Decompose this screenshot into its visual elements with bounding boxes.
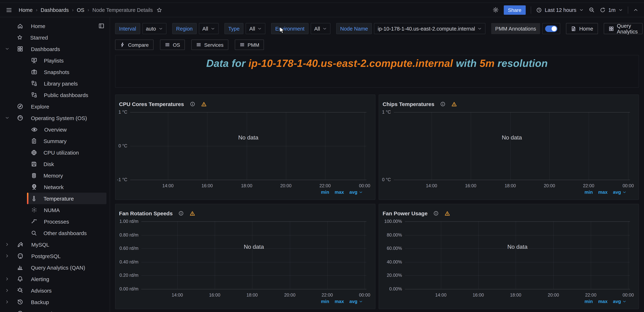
warning-icon[interactable] <box>190 210 195 216</box>
warning-icon[interactable] <box>201 101 206 107</box>
sidebar-item-playlists[interactable]: Playlists <box>0 55 110 66</box>
legend-item-max[interactable]: max <box>598 299 608 304</box>
disk-icon <box>31 161 37 167</box>
legend-item-min[interactable]: min <box>321 299 329 304</box>
sidebar-item-mysql[interactable]: MySQL <box>0 239 110 250</box>
pmm-button[interactable]: PMM <box>234 40 264 50</box>
sidebar-item-disk[interactable]: Disk <box>0 158 110 170</box>
breadcrumb-item[interactable]: Node Temperature Details <box>92 7 153 13</box>
compare-button[interactable]: Compare <box>115 40 153 50</box>
filter-value-dropdown[interactable]: All <box>311 23 330 34</box>
sidebar-item-numa[interactable]: NUMA <box>0 204 110 216</box>
gear-icon[interactable] <box>492 7 498 13</box>
chevron-down-icon <box>359 190 363 194</box>
chevron-right-icon[interactable] <box>5 300 11 304</box>
sidebar-item-other-dashboards[interactable]: Other dashboards <box>0 227 110 239</box>
sidebar-item-explore[interactable]: Explore <box>0 101 110 112</box>
sidebar-item-processes[interactable]: Processes <box>0 216 110 227</box>
filter-value-dropdown[interactable]: ip-10-178-1-40.us-east-2.compute.interna… <box>374 23 486 34</box>
hamburger-menu-icon[interactable] <box>6 7 12 13</box>
sidebar-items: HomeStarredDashboardsPlaylistsSnapshotsL… <box>0 20 110 312</box>
chevron-right-icon[interactable] <box>5 254 11 258</box>
sidebar-item-advisors[interactable]: Advisors <box>0 285 110 296</box>
share-button[interactable]: Share <box>504 5 526 14</box>
sidebar-item-library-panels[interactable]: Library panels <box>0 78 110 89</box>
legend-item-max[interactable]: max <box>334 190 344 195</box>
apps-icon <box>17 46 23 52</box>
info-icon[interactable] <box>190 101 195 107</box>
legend-label: max <box>598 299 608 304</box>
chevron-right-icon[interactable] <box>5 277 11 281</box>
warning-icon[interactable] <box>444 210 450 216</box>
time-range-picker[interactable]: Last 12 hours <box>536 7 584 13</box>
breadcrumb-item[interactable]: Home <box>19 7 32 13</box>
legend-item-max[interactable]: max <box>598 190 608 195</box>
sidebar-item-summary[interactable]: Summary <box>0 135 110 147</box>
legend-item-min[interactable]: min <box>584 299 593 304</box>
network-icon <box>31 184 38 190</box>
zoom-out-icon[interactable] <box>589 7 595 13</box>
home-button[interactable]: Home <box>566 23 598 34</box>
services-button[interactable]: Services <box>191 40 228 50</box>
sidebar-item-query-analytics-qan[interactable]: Query Analytics (QAN) <box>0 262 110 273</box>
favorite-star-icon[interactable] <box>156 7 162 13</box>
info-icon[interactable] <box>178 211 184 216</box>
sidebar-item-label: Query Analytics (QAN) <box>31 264 85 270</box>
legend-item-min[interactable]: min <box>321 190 329 195</box>
refresh-picker[interactable]: 1m <box>600 7 623 13</box>
sidebar-item-backup[interactable]: Backup <box>0 296 110 308</box>
y-axis-tick-label: 0.20 rd/m <box>116 272 138 278</box>
sidebar-item-label: Other dashboards <box>44 230 87 236</box>
x-axis-tick-label: 16:00 <box>202 292 227 298</box>
warning-icon[interactable] <box>451 101 457 107</box>
sidebar-item-temperature[interactable]: Temperature <box>0 193 110 204</box>
chevron-down-icon <box>258 26 262 31</box>
sidebar-item-connections[interactable]: Connections <box>0 308 110 312</box>
sidebar-item-dashboards[interactable]: Dashboards <box>0 43 110 55</box>
filter-value-dropdown[interactable]: auto <box>142 23 166 34</box>
y-axis-tick-label: 0.80 rd/m <box>116 232 138 238</box>
sidebar-item-memory[interactable]: Memory <box>0 170 110 181</box>
caret-up-icon[interactable] <box>633 7 638 12</box>
sidebar-item-postgresql[interactable]: PostgreSQL <box>0 250 110 262</box>
sidebar-item-cpu-utilization[interactable]: CPU utilization <box>0 147 110 158</box>
query-analytics-button[interactable]: Query Analytics <box>604 23 642 34</box>
sidebar-item-operating-system-os[interactable]: Operating System (OS) <box>0 112 110 124</box>
legend-item-avg[interactable]: avg <box>349 299 363 304</box>
refresh-interval-label: 1m <box>608 7 616 13</box>
legend-item-min[interactable]: min <box>584 190 593 195</box>
breadcrumb-item[interactable]: OS <box>77 7 84 13</box>
legend-item-avg[interactable]: avg <box>349 190 363 195</box>
os-button[interactable]: OS <box>160 40 185 50</box>
collapse-sidebar-icon[interactable] <box>98 23 105 29</box>
chevron-down-icon[interactable] <box>5 116 11 120</box>
x-gridline <box>589 112 589 180</box>
time-range-label: Last 12 hours <box>545 7 576 13</box>
legend-item-max[interactable]: max <box>334 299 344 304</box>
legend-item-avg[interactable]: avg <box>613 190 626 195</box>
chevron-down-icon[interactable] <box>5 47 11 51</box>
info-icon[interactable] <box>440 101 446 107</box>
sidebar-item-overview[interactable]: Overview <box>0 124 110 135</box>
filter-value-dropdown[interactable]: All <box>199 23 218 34</box>
sidebar-item-public-dashboards[interactable]: Public dashboards <box>0 89 110 101</box>
selected-item-accent-bar <box>27 193 28 204</box>
y-gridline <box>394 180 630 180</box>
filter-value-dropdown[interactable]: All <box>246 23 266 34</box>
sidebar-item-home[interactable]: Home <box>0 20 110 32</box>
sidebar-item-alerting[interactable]: Alerting <box>0 273 110 285</box>
filter-type: TypeAll <box>224 23 266 34</box>
pmm-annotations-toggle[interactable] <box>542 23 560 34</box>
sidebar-item-starred[interactable]: Starred <box>0 32 110 43</box>
breadcrumb-item[interactable]: Dashboards <box>41 7 69 13</box>
info-icon[interactable] <box>433 211 439 216</box>
panel-header: Fan Power Usage <box>382 210 450 216</box>
chevron-right-icon[interactable] <box>5 288 11 292</box>
y-gridline <box>130 112 366 112</box>
chevron-right-icon[interactable] <box>5 242 11 246</box>
legend-item-avg[interactable]: avg <box>613 299 626 304</box>
sidebar-item-snapshots[interactable]: Snapshots <box>0 66 110 78</box>
panel-legend: minmaxavg <box>321 299 363 304</box>
chevron-right-icon[interactable] <box>5 311 11 312</box>
sidebar-item-network[interactable]: Network <box>0 181 110 193</box>
